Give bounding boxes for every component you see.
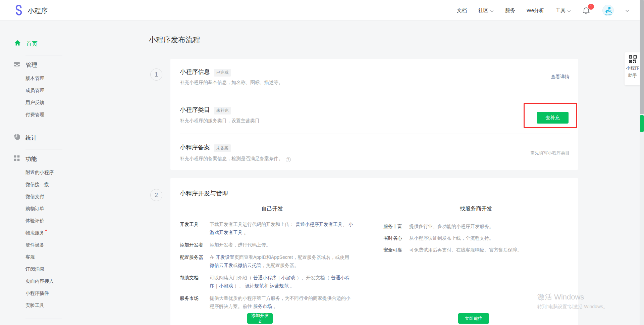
row-title: 小程序信息 <box>180 68 210 76</box>
self-dev-header: 自己开发 <box>170 205 374 213</box>
logo-text: 小程序 <box>28 6 48 15</box>
sidebar-item-label: 微信支付 <box>25 194 44 199</box>
sidebar-section-label: 统计 <box>25 134 37 142</box>
sidebar-section-1[interactable]: 统计 <box>13 134 86 142</box>
nav-item-5[interactable]: 工具 <box>555 7 571 14</box>
inline-text: 添加开发者，进行代码上传。 <box>210 242 271 247</box>
sidebar-item[interactable]: 微信支付 <box>0 190 86 202</box>
provider-row: 安全可靠可免费试用后再支付、在线客服响应、官方售后保障。 <box>383 246 565 254</box>
sidebar-item[interactable]: 成员管理 <box>0 84 86 96</box>
logo[interactable]: 小程序 <box>13 5 48 17</box>
dev-row: 开发工具下载开发者工具进行代码的开发和上传： 普通小程序开发者工具、 小游戏开发… <box>180 220 354 236</box>
dev-row-label: 开发工具 <box>180 220 210 236</box>
miniprogram-assistant-widget[interactable]: 小程序 助手 <box>625 52 641 85</box>
inline-text: 在 <box>210 254 216 260</box>
tray-icon <box>13 61 20 69</box>
sidebar-item[interactable]: 小程序插件 <box>0 287 86 299</box>
home-icon <box>14 40 21 48</box>
inline-text: 和 <box>264 283 270 288</box>
inline-link[interactable]: 设计规范 <box>245 283 264 288</box>
inline-link[interactable]: 普通小程序 <box>253 275 277 280</box>
scrollbar-thumb[interactable] <box>640 0 644 114</box>
chevron-down-icon <box>490 8 494 13</box>
qr-code-icon <box>625 55 641 64</box>
sidebar-item[interactable]: 订阅消息 <box>0 263 86 275</box>
sidebar-item-label: 硬件设备 <box>25 242 44 247</box>
page-title: 小程序发布流程 <box>149 35 200 45</box>
provider-row-text: 可免费试用后再支付、在线客服响应、官方售后保障。 <box>409 246 522 254</box>
scrollbar-track[interactable] <box>640 0 644 325</box>
sidebar: 首页 管理版本管理成员管理用户反馈付费管理统计功能附近的小程序微信搜一搜微信支付… <box>0 21 86 325</box>
nav-item-2[interactable]: 社区 <box>478 7 494 14</box>
inline-link[interactable]: 小游戏 <box>219 283 233 288</box>
inline-text: 可以阅读入门介绍（ <box>210 275 253 280</box>
dev-row-text: 下载开发者工具进行代码的开发和上传： 普通小程序开发者工具、 小游戏开发者工具 … <box>210 220 354 236</box>
sidebar-item[interactable]: 版本管理 <box>0 72 86 84</box>
step-2-title: 小程序开发与管理 <box>180 189 228 197</box>
sidebar-item-label: 付费管理 <box>25 112 44 117</box>
assistant-label-line1: 小程序 <box>625 64 641 72</box>
inline-text: ）、开发文档（ <box>296 275 331 280</box>
category-row-title-group: 小程序类目未补充 <box>180 106 231 114</box>
sidebar-item[interactable]: 硬件设备 <box>0 239 86 251</box>
inline-text: ，免配置服务器。 <box>261 263 299 268</box>
self-dev-rows: 开发工具下载开发者工具进行代码的开发和上传： 普通小程序开发者工具、 小游戏开发… <box>180 220 354 315</box>
sidebar-section-items: 版本管理成员管理用户反馈付费管理 <box>0 72 86 121</box>
sidebar-item[interactable]: 用户反馈 <box>0 96 86 108</box>
inline-text: 页面查看AppID和AppSecret，配置服务器域名，或使用 <box>234 254 349 260</box>
dev-row: 帮助文档可以阅读入门介绍（ 普通小程序｜小游戏 ）、开发文档（ 普通小程序｜小游… <box>180 274 354 290</box>
sidebar-item[interactable]: 微信搜一搜 <box>0 178 86 190</box>
go-complete-button[interactable]: 去补充 <box>537 112 569 124</box>
add-developer-button[interactable]: 添加开发者 <box>247 313 273 324</box>
sidebar-item-home[interactable]: 首页 <box>14 40 86 48</box>
column-divider <box>374 203 374 311</box>
sidebar-item[interactable]: 物流服务 <box>0 227 86 239</box>
miniprogram-logo-icon <box>13 5 24 17</box>
row-desc: 补充小程序的服务类目，设置主营类目 <box>180 118 260 124</box>
inline-link[interactable]: 普通小程序开发者工具 <box>296 222 342 227</box>
inline-link[interactable]: 服务市场 <box>253 304 272 309</box>
inline-link[interactable]: 微信云托管 <box>238 263 261 268</box>
nav-item-label: We分析 <box>527 7 544 14</box>
inline-link[interactable]: 微信云开发 <box>210 263 233 268</box>
inline-text: 下载开发者工具进行代码的开发和上传： <box>210 222 296 227</box>
dev-row: 配置服务器在 开发设置页面查看AppID和AppSecret，配置服务器域名，或… <box>180 253 354 269</box>
notifications-button[interactable]: 1 <box>582 6 591 15</box>
nav-item-label: 社区 <box>478 7 488 14</box>
filing-hint-text: 需先填写小程序类目 <box>530 150 570 156</box>
row-title: 小程序类目 <box>180 106 210 114</box>
question-circle-icon[interactable]: ? <box>286 157 291 162</box>
sidebar-divider <box>25 55 62 55</box>
nav-item-3[interactable]: 服务 <box>505 7 515 14</box>
go-now-button[interactable]: 立即前往 <box>458 313 489 324</box>
view-details-link[interactable]: 查看详情 <box>551 74 570 80</box>
inline-link[interactable]: 小游戏 <box>281 275 296 280</box>
sidebar-item[interactable]: 页面内容接入 <box>0 275 86 287</box>
notification-badge: 1 <box>588 4 594 10</box>
scrollbar-green-marker[interactable] <box>640 115 644 132</box>
account-chevron-down-icon[interactable] <box>625 7 629 13</box>
sidebar-item[interactable]: 客服 <box>0 251 86 263</box>
inline-link[interactable]: 开发设置 <box>216 254 234 260</box>
dev-row-text: 可以阅读入门介绍（ 普通小程序｜小游戏 ）、开发文档（ 普通小程序｜小游戏 ）、… <box>210 274 354 290</box>
sidebar-item[interactable]: 购物订单 <box>0 202 86 215</box>
sidebar-item-label: 实验工具 <box>25 303 44 308</box>
nav-item-1[interactable]: 文档 <box>457 7 467 14</box>
step-1-number: 1 <box>150 68 162 81</box>
sidebar-item[interactable]: 实验工具 <box>0 299 86 311</box>
nav-item-4[interactable]: We分析 <box>527 7 544 14</box>
sidebar-divider <box>25 149 62 149</box>
inline-link[interactable]: 运营规范 <box>270 283 288 288</box>
sidebar-section-0[interactable]: 管理 <box>13 61 86 69</box>
dev-row-text: 在 开发设置页面查看AppID和AppSecret，配置服务器域名，或使用微信云… <box>210 253 354 269</box>
sidebar-item[interactable]: 付费管理 <box>0 108 86 121</box>
sidebar-divider <box>25 319 62 319</box>
grid-icon <box>13 155 20 163</box>
sidebar-item[interactable]: 附近的小程序 <box>0 166 86 178</box>
sidebar-section-2[interactable]: 功能 <box>13 155 86 163</box>
dev-row-label: 帮助文档 <box>180 274 210 290</box>
avatar[interactable]: kychaker <box>602 5 614 16</box>
sidebar-item-label: 物流服务 <box>25 230 44 235</box>
sidebar-item[interactable]: 体验评价 <box>0 215 86 227</box>
sidebar-section-label: 功能 <box>25 155 37 163</box>
